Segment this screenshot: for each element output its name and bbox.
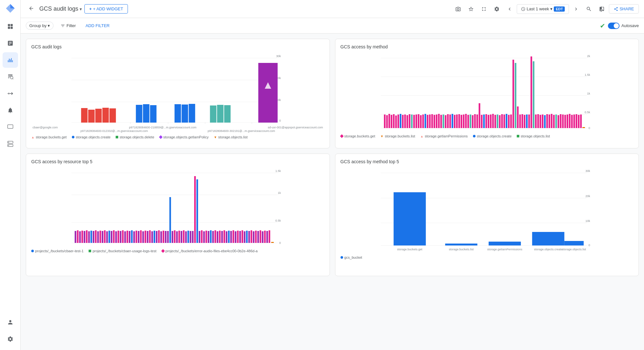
- page-title-text: GCS audit logs: [39, 5, 78, 12]
- svg-rect-184: [147, 231, 149, 243]
- add-widget-button[interactable]: + + ADD WIDGET: [84, 4, 128, 14]
- svg-rect-156: [84, 231, 85, 243]
- sidebar-item-compute[interactable]: [3, 119, 18, 135]
- legend-item-objects-list: ▼ storage.objects.list: [214, 135, 247, 139]
- svg-rect-176: [129, 231, 130, 243]
- svg-rect-175: [127, 231, 128, 243]
- svg-rect-132: [573, 115, 575, 128]
- svg-rect-108: [519, 115, 521, 128]
- autosave-switch[interactable]: [608, 23, 620, 29]
- settings-icon[interactable]: [491, 3, 503, 15]
- next-arrow-icon[interactable]: [570, 3, 582, 15]
- svg-text:0: 0: [588, 244, 590, 247]
- svg-rect-128: [564, 115, 566, 128]
- sidebar-item-dashboard[interactable]: [3, 35, 18, 51]
- svg-rect-170: [115, 231, 117, 243]
- svg-rect-210: [206, 231, 207, 243]
- svg-rect-32: [258, 63, 278, 123]
- gcs-audit-logs-legend: ▲ storage.buckets.get storage.objects.cr…: [31, 135, 324, 139]
- svg-rect-124: [555, 115, 557, 128]
- time-range-button[interactable]: Last 1 week ▾ EDT: [517, 4, 569, 14]
- app-logo[interactable]: [5, 3, 16, 14]
- svg-rect-0: [8, 24, 10, 26]
- svg-rect-200: [183, 230, 185, 243]
- back-button[interactable]: [26, 3, 37, 15]
- svg-rect-190: [160, 231, 162, 243]
- legend-triangle-down-icon: ▼: [214, 135, 217, 139]
- prev-arrow-icon[interactable]: [504, 3, 515, 15]
- svg-rect-188: [156, 231, 158, 243]
- legend-item-bucket-error-audio: projects/_/buckets/error-audio-files-ebe…: [162, 249, 258, 253]
- sidebar-item-instance[interactable]: [3, 136, 18, 152]
- svg-rect-222: [233, 230, 234, 243]
- svg-rect-121: [548, 115, 550, 128]
- search-icon[interactable]: [583, 3, 595, 15]
- add-filter-button[interactable]: ADD FILTER: [83, 22, 112, 29]
- svg-rect-178: [133, 231, 135, 243]
- svg-rect-62: [415, 115, 417, 128]
- svg-rect-211: [208, 231, 209, 243]
- svg-rect-212: [210, 230, 212, 243]
- svg-rect-135: [580, 115, 582, 128]
- svg-rect-229: [248, 231, 250, 243]
- legend-diamond-icon: [159, 135, 162, 139]
- svg-rect-81: [458, 114, 460, 128]
- filter-button[interactable]: Filter: [57, 22, 79, 29]
- svg-rect-91: [481, 115, 482, 128]
- svg-text:storage.objects.create: storage.objects.create: [534, 248, 562, 251]
- legend-dot-4-icon: [341, 256, 343, 259]
- svg-rect-115: [535, 115, 536, 128]
- svg-rect-111: [526, 115, 527, 128]
- sidebar-item-trace[interactable]: [3, 86, 18, 101]
- svg-rect-116: [537, 114, 539, 128]
- svg-rect-20: [95, 109, 102, 123]
- svg-rect-77: [449, 115, 451, 128]
- svg-rect-226: [242, 230, 243, 243]
- sidebar-item-metrics[interactable]: [3, 52, 18, 68]
- expand-icon[interactable]: [478, 3, 490, 15]
- svg-rect-216: [219, 231, 221, 243]
- sidebar-item-logs[interactable]: [3, 69, 18, 85]
- svg-rect-155: [82, 231, 83, 243]
- svg-rect-73: [440, 115, 442, 128]
- svg-rect-118: [542, 115, 543, 128]
- svg-rect-104: [510, 115, 512, 128]
- svg-rect-162: [97, 231, 99, 243]
- svg-rect-223: [235, 231, 236, 243]
- svg-rect-80: [456, 115, 457, 128]
- svg-rect-233: [257, 231, 259, 243]
- gcs-resource-top5-chart-area: 1.5k 1k 0.5k 0: [31, 168, 324, 246]
- svg-rect-29: [210, 105, 216, 123]
- topbar: GCS audit logs ▾ + + ADD WIDGET Last 1 w…: [21, 0, 644, 18]
- svg-rect-21: [102, 108, 109, 123]
- svg-rect-5: [7, 125, 13, 129]
- svg-rect-256: [445, 244, 477, 245]
- svg-rect-27: [182, 105, 188, 123]
- svg-rect-95: [490, 115, 491, 128]
- gcs-audit-logs-card: GCS audit logs 30k 20k 10k 0: [26, 39, 330, 148]
- svg-rect-64: [420, 115, 421, 128]
- group-by-button[interactable]: Group by ▾: [26, 22, 53, 30]
- svg-rect-127: [562, 115, 563, 128]
- svg-rect-78: [451, 114, 453, 128]
- sidebar-item-alerts[interactable]: [3, 103, 18, 118]
- gcs-audit-logs-chart-area: 30k 20k 10k 0: [31, 53, 324, 133]
- share-button[interactable]: SHARE: [609, 4, 639, 14]
- compare-icon[interactable]: [596, 3, 608, 15]
- group-by-arrow: ▾: [48, 23, 50, 28]
- svg-rect-225: [239, 231, 241, 243]
- title-dropdown-arrow[interactable]: ▾: [80, 6, 82, 12]
- star-icon[interactable]: [465, 3, 477, 15]
- svg-rect-166: [106, 231, 108, 243]
- autosave-toggle[interactable]: Autosave: [608, 23, 639, 29]
- legend-square-3-icon: [89, 250, 91, 252]
- legend-triangle-2-icon: ▲: [420, 135, 424, 138]
- svg-rect-204: [192, 231, 194, 243]
- svg-rect-218: [224, 230, 225, 243]
- svg-rect-163: [100, 231, 101, 243]
- svg-rect-202: [187, 231, 189, 243]
- svg-rect-191: [163, 231, 164, 243]
- sidebar-item-overview[interactable]: [3, 19, 18, 34]
- screenshot-icon[interactable]: [452, 3, 464, 15]
- svg-text:0.5k: 0.5k: [584, 111, 590, 114]
